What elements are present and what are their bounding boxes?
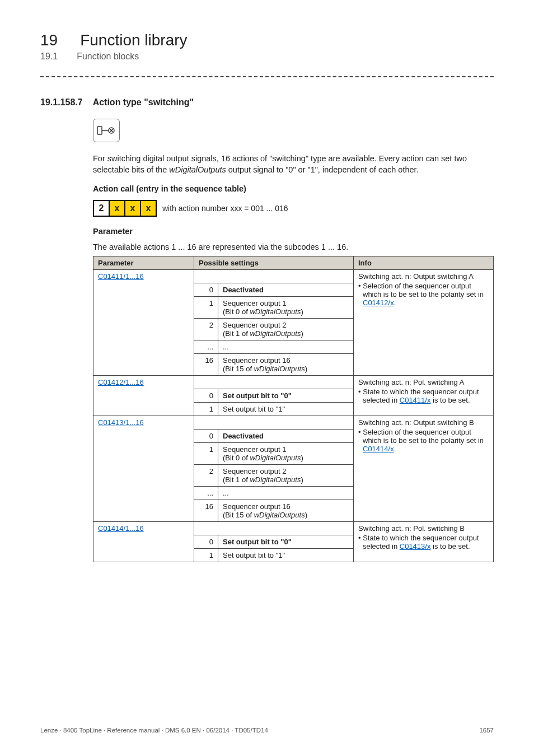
setting-text: Sequencer output 16(Bit 15 of wDigitalOu…: [218, 354, 354, 376]
settings-blank-num: [194, 376, 218, 389]
info-bullet: • Selection of the sequencer output whic…: [358, 282, 489, 307]
action-cell-1: x: [110, 201, 125, 216]
subsection-number: 19.1.158.7: [40, 97, 83, 108]
settings-blank-text: [218, 376, 354, 389]
setting-number: 1: [194, 549, 218, 562]
setting-number: 2: [194, 319, 218, 340]
param-code-link[interactable]: C01414/1...16: [98, 524, 144, 533]
setting-number: 16: [194, 354, 218, 376]
setting-text: ...: [218, 340, 354, 354]
setting-number: 0: [194, 389, 218, 403]
setting-text: Sequencer output 1(Bit 0 of wDigitalOutp…: [218, 297, 354, 319]
param-code-link[interactable]: C01411/1...16: [98, 272, 144, 281]
info-bullet-post: .: [394, 445, 396, 453]
chapter-number: 19: [40, 31, 58, 49]
th-settings: Possible settings: [194, 256, 354, 270]
param-code-link[interactable]: C01412/1...16: [98, 378, 144, 386]
setting-number: 16: [194, 500, 218, 522]
param-code-cell: C01414/1...16: [93, 522, 194, 562]
settings-blank-num: [194, 522, 218, 535]
info-bullet: • State to which the sequencer output se…: [358, 534, 489, 550]
settings-blank-text: [218, 522, 354, 535]
setting-text: Deactivated: [218, 283, 354, 297]
info-bullet-pre: • Selection of the sequencer output whic…: [358, 428, 484, 445]
param-code-cell: C01411/1...16: [93, 270, 194, 376]
setting-number: ...: [194, 487, 218, 500]
settings-blank-num: [194, 416, 218, 430]
chapter-heading: 19 Function library: [40, 31, 494, 49]
subsection-title: Action type "switching": [93, 97, 194, 108]
param-code-cell: C01412/1...16: [93, 376, 194, 416]
setting-number: 0: [194, 283, 218, 297]
setting-number: 1: [194, 443, 218, 465]
setting-text: Set output bit to "0": [218, 389, 354, 403]
info-bullet-link[interactable]: C01412/x: [363, 298, 394, 307]
info-lead: Switching act. n: Output switching A: [358, 272, 489, 281]
settings-blank-num: [194, 270, 218, 283]
info-bullet: • State to which the sequencer output se…: [358, 388, 489, 404]
action-cell-3: x: [141, 201, 156, 216]
section-heading: 19.1 Function blocks: [40, 52, 494, 62]
info-bullet-link[interactable]: C01414/x: [363, 445, 394, 453]
info-bullet-link[interactable]: C01411/x: [400, 396, 431, 404]
intro-text-post: output signal to "0" or "1", independent…: [226, 165, 419, 174]
setting-number: 1: [194, 403, 218, 416]
settings-blank-text: [218, 416, 354, 430]
divider: [40, 76, 494, 77]
setting-text: Set output bit to "1": [218, 403, 354, 416]
intro-text-em: wDigitalOutputs: [169, 165, 226, 174]
action-cell-2: x: [125, 201, 141, 216]
footer-right: 1657: [479, 727, 494, 734]
param-code-cell: C01413/1...16: [93, 416, 194, 522]
th-parameter: Parameter: [93, 256, 194, 270]
action-call-row: 2 x x x with action number xxx = 001 ...…: [93, 200, 494, 217]
info-bullet: • Selection of the sequencer output whic…: [358, 428, 489, 453]
intro-paragraph: For switching digital output signals, 16…: [93, 153, 494, 175]
info-cell: Switching act. n: Pol. switching B• Stat…: [354, 522, 494, 562]
switching-icon: [93, 119, 120, 142]
subsection-heading: 19.1.158.7 Action type "switching": [40, 97, 494, 108]
settings-blank-text: [218, 270, 354, 283]
action-number-boxes: 2 x x x: [93, 200, 157, 217]
setting-text: Sequencer output 2(Bit 1 of wDigitalOutp…: [218, 465, 354, 487]
info-cell: Switching act. n: Output switching A• Se…: [354, 270, 494, 376]
param-code-link[interactable]: C01413/1...16: [98, 418, 144, 427]
setting-number: 1: [194, 297, 218, 319]
parameter-table: Parameter Possible settings Info C01411/…: [93, 256, 494, 562]
section-number: 19.1: [40, 52, 58, 62]
setting-text: Set output bit to "1": [218, 549, 354, 562]
setting-text: Sequencer output 1(Bit 0 of wDigitalOutp…: [218, 443, 354, 465]
setting-text: Deactivated: [218, 430, 354, 443]
info-bullet-link[interactable]: C01413/x: [400, 542, 431, 550]
info-lead: Switching act. n: Output switching B: [358, 418, 489, 427]
setting-number: ...: [194, 340, 218, 354]
chapter-title: Function library: [80, 31, 187, 49]
info-bullet-post: .: [394, 298, 396, 307]
parameter-intro: The available actions 1 ... 16 are repre…: [93, 242, 494, 251]
section-title: Function blocks: [77, 52, 139, 62]
setting-number: 0: [194, 430, 218, 443]
footer-left: Lenze · 8400 TopLine · Reference manual …: [40, 727, 268, 734]
info-bullet-pre: • Selection of the sequencer output whic…: [358, 282, 484, 298]
svg-rect-0: [97, 127, 102, 134]
info-bullet-post: is to be set.: [430, 542, 470, 550]
page-footer: Lenze · 8400 TopLine · Reference manual …: [40, 727, 494, 734]
setting-text: Sequencer output 16(Bit 15 of wDigitalOu…: [218, 500, 354, 522]
info-cell: Switching act. n: Output switching B• Se…: [354, 416, 494, 522]
parameter-heading: Parameter: [93, 227, 494, 236]
setting-number: 0: [194, 535, 218, 549]
action-number-label: with action number xxx = 001 ... 016: [162, 204, 288, 213]
info-lead: Switching act. n: Pol. switching B: [358, 524, 489, 533]
info-bullet-post: is to be set.: [430, 396, 470, 404]
setting-text: Set output bit to "0": [218, 535, 354, 549]
action-call-heading: Action call (entry in the sequence table…: [93, 184, 494, 193]
info-lead: Switching act. n: Pol. switching A: [358, 378, 489, 386]
info-cell: Switching act. n: Pol. switching A• Stat…: [354, 376, 494, 416]
setting-text: Sequencer output 2(Bit 1 of wDigitalOutp…: [218, 319, 354, 340]
setting-number: 2: [194, 465, 218, 487]
th-info: Info: [354, 256, 494, 270]
setting-text: ...: [218, 487, 354, 500]
action-cell-0: 2: [94, 201, 110, 216]
